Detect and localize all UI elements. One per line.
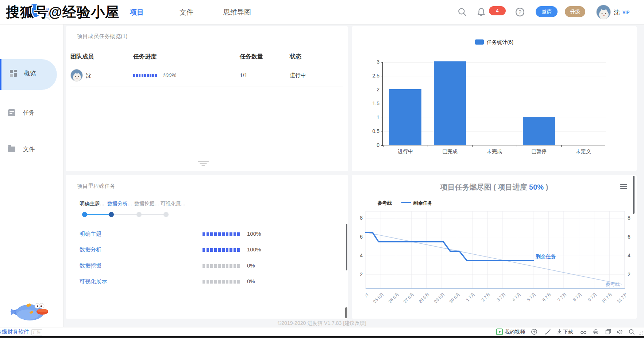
burndown-y-label-right: 8 bbox=[628, 215, 630, 221]
sidebar-item-files[interactable]: 文件 bbox=[0, 145, 63, 160]
milestone-percent-label: 100% bbox=[247, 231, 261, 237]
bar-x-tick bbox=[428, 145, 428, 147]
upgrade-button[interactable]: 升级 bbox=[565, 6, 585, 17]
bar-y-tick-label: 2.5 bbox=[365, 73, 379, 79]
burndown-y-label-right: 2 bbox=[628, 271, 630, 277]
bar-category-label: 进行中 bbox=[383, 148, 428, 155]
tasks-checklist-icon bbox=[8, 109, 15, 116]
browser-bottom-bar: 金蝶财务软件 广告 我的视频 下载 bbox=[0, 327, 644, 336]
my-video-label[interactable]: 我的视频 bbox=[505, 329, 525, 335]
member-status: 进行中 bbox=[290, 72, 306, 79]
legend-item-参考线[interactable]: 参考线 bbox=[366, 200, 392, 206]
milestone-card-title: 项目里程碑任务 bbox=[77, 183, 115, 190]
ad-link[interactable]: 金蝶财务软件 bbox=[0, 328, 29, 335]
collapse-filter-icon[interactable] bbox=[197, 161, 209, 168]
bar-y-tick-label: 1.5 bbox=[365, 100, 379, 106]
milestone-step-label[interactable]: 数据挖掘... bbox=[134, 201, 159, 207]
col-header-status: 状态 bbox=[290, 53, 301, 61]
bar-chart-plot: 00.511.522.53进行中已完成未完成已暂停未定义 bbox=[382, 62, 605, 145]
milestone-task-link[interactable]: 明确主题 bbox=[80, 231, 101, 238]
download-icon[interactable] bbox=[556, 328, 563, 335]
bar-y-tick-label: 3 bbox=[365, 59, 379, 65]
milestone-step-label[interactable]: 明确主题... bbox=[80, 201, 104, 207]
tab-mindmap[interactable]: 思维导图 bbox=[223, 8, 251, 17]
milestone-dot[interactable] bbox=[109, 212, 114, 217]
legend-line-swatch bbox=[401, 202, 411, 203]
boost-rocket-icon[interactable] bbox=[544, 328, 551, 335]
milestone-progress-bar bbox=[203, 280, 241, 284]
search-icon[interactable] bbox=[458, 7, 467, 17]
milestone-dot[interactable] bbox=[82, 212, 87, 217]
milestone-progress-bar bbox=[203, 264, 241, 268]
bar-gridline bbox=[383, 76, 606, 76]
chart-menu-icon[interactable] bbox=[620, 184, 627, 189]
sidebar: 概览 任务 文件 bbox=[0, 24, 63, 338]
bar-3[interactable] bbox=[523, 117, 555, 145]
milestone-step-label[interactable]: 数据分析... bbox=[107, 201, 132, 207]
legend-line-swatch bbox=[366, 203, 375, 203]
bar-y-tick bbox=[381, 118, 383, 118]
app-version-footer: ©2019-2020 进度猫 V1.7.83 [建议反馈] bbox=[0, 320, 644, 327]
sidebar-item-label: 任务 bbox=[23, 109, 35, 117]
bar-0[interactable] bbox=[389, 89, 421, 145]
milestone-task-row: 可视化展示0% bbox=[66, 278, 348, 286]
sidebar-item-label: 文件 bbox=[23, 146, 35, 153]
milestone-task-link[interactable]: 可视化展示 bbox=[80, 278, 107, 285]
burndown-legend[interactable]: 参考线剩余任务 bbox=[366, 200, 442, 206]
tab-files[interactable]: 文件 bbox=[180, 8, 193, 17]
burndown-y-label-left: 6 bbox=[356, 234, 363, 240]
burndown-y-label-left: 2 bbox=[356, 271, 363, 277]
milestone-task-link[interactable]: 数据挖掘 bbox=[80, 262, 101, 269]
folder-icon bbox=[8, 147, 15, 152]
milestone-scrollbar-thumb-2[interactable] bbox=[345, 307, 347, 318]
milestone-task-row: 数据挖掘0% bbox=[66, 262, 348, 270]
divider bbox=[70, 87, 343, 87]
burndown-plot: 22446688剩余任务参考线 bbox=[366, 211, 625, 289]
bar-y-tick-label: 1 bbox=[365, 114, 379, 120]
help-icon[interactable]: ? bbox=[515, 7, 525, 17]
col-header-count: 任务数量 bbox=[240, 53, 263, 61]
project-progress-value: 50% bbox=[529, 183, 544, 191]
milestone-progress-bar bbox=[203, 232, 241, 236]
bar-1[interactable] bbox=[434, 61, 466, 145]
invite-button[interactable]: 邀请 bbox=[536, 6, 558, 17]
notification-bell-icon[interactable] bbox=[477, 7, 486, 17]
sidebar-item-overview[interactable]: 概览 bbox=[0, 69, 63, 84]
reading-glasses-icon[interactable] bbox=[580, 328, 587, 335]
sidebar-item-label: 概览 bbox=[24, 70, 36, 77]
member-name: 沈 bbox=[86, 72, 91, 79]
play-video-icon[interactable] bbox=[496, 328, 503, 335]
divider bbox=[70, 63, 343, 63]
milestone-step-label[interactable]: 可视化展... bbox=[161, 201, 185, 207]
notification-count-badge[interactable]: 4 bbox=[489, 6, 506, 15]
user-avatar[interactable] bbox=[596, 5, 611, 19]
browser-swirl-icon[interactable] bbox=[593, 328, 599, 335]
milestone-percent-label: 0% bbox=[247, 262, 255, 269]
download-label[interactable]: 下载 bbox=[563, 329, 573, 335]
page-search-icon[interactable] bbox=[628, 328, 635, 335]
restore-window-icon[interactable] bbox=[605, 328, 612, 335]
bar-x-tick bbox=[383, 145, 383, 147]
burndown-y-label-left: 4 bbox=[356, 252, 363, 258]
member-overview-card: 项目成员任务概览(1) 团队成员 任务进度 任务数量 状态 沈 100% 1/1… bbox=[66, 26, 348, 171]
speaker-icon[interactable] bbox=[617, 328, 623, 335]
fish-mascot bbox=[9, 299, 49, 325]
accelerate-icon[interactable] bbox=[531, 328, 537, 335]
milestone-task-link[interactable]: 数据分析 bbox=[80, 246, 101, 253]
svg-text:?: ? bbox=[518, 9, 521, 15]
legend-item-剩余任务[interactable]: 剩余任务 bbox=[401, 200, 432, 206]
resize-grip[interactable] bbox=[638, 330, 643, 335]
burndown-scrollbar-thumb[interactable] bbox=[633, 176, 635, 214]
bar-chart-legend[interactable]: 任务统计(6) bbox=[352, 39, 637, 46]
bar-y-tick bbox=[381, 104, 383, 104]
burndown-annotation: 剩余任务 bbox=[536, 254, 556, 260]
sidebar-item-tasks[interactable]: 任务 bbox=[0, 109, 63, 123]
burndown-svg bbox=[366, 211, 625, 289]
username-label[interactable]: 沈 bbox=[614, 9, 620, 16]
milestone-dot[interactable] bbox=[163, 212, 169, 217]
legend-swatch bbox=[475, 39, 484, 45]
task-stats-card: 任务统计(6) 00.511.522.53进行中已完成未完成已暂停未定义 bbox=[352, 26, 637, 171]
milestone-dot[interactable] bbox=[136, 212, 142, 217]
bar-category-label: 已完成 bbox=[428, 148, 472, 155]
tab-project[interactable]: 项目 bbox=[130, 8, 144, 17]
